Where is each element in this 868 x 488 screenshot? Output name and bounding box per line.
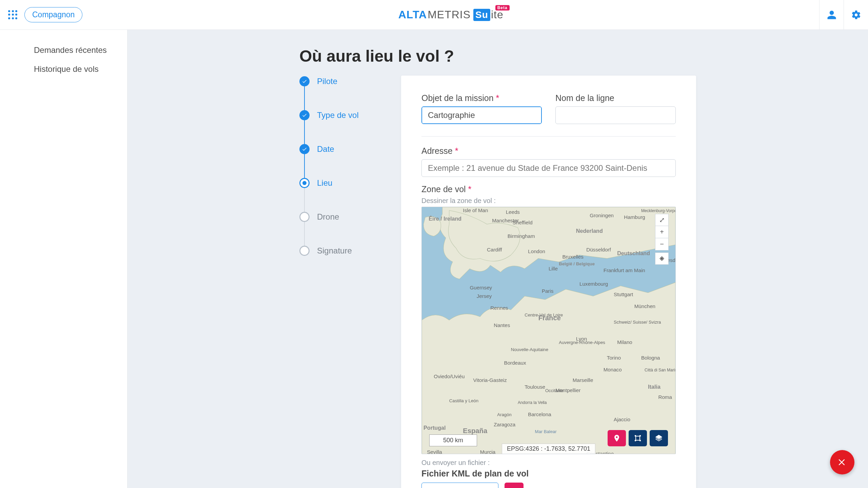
svg-text:Zaragoza: Zaragoza <box>494 422 516 427</box>
add-file-button[interactable]: Ajouter le fichier <box>421 483 498 488</box>
field-line-name: Nom de la ligne <box>555 93 676 124</box>
svg-text:Aragón: Aragón <box>497 412 511 417</box>
svg-text:Isle of Man: Isle of Man <box>463 207 488 213</box>
map-zoom-in-icon[interactable]: + <box>655 226 669 238</box>
sidebar: Demandes récentes Historique de vols <box>0 30 127 488</box>
content-row: Pilote Type de vol Date Lieu <box>299 76 696 488</box>
header-left: Compagnon <box>0 7 82 22</box>
step-label: Pilote <box>317 76 337 86</box>
svg-text:Bruxelles: Bruxelles <box>562 254 584 260</box>
map-locate-icon[interactable] <box>655 252 669 265</box>
map-layers-icon[interactable] <box>650 430 668 446</box>
map-controls-top-right: ⤢ + − <box>655 214 669 265</box>
step-pending-icon <box>299 212 310 222</box>
draw-zone-hint: Dessiner la zone de vol : <box>421 197 676 205</box>
page-title: Où aura lieu le vol ? <box>299 47 696 65</box>
map-draw-marker-icon[interactable] <box>608 430 626 446</box>
companion-button[interactable]: Compagnon <box>24 7 82 22</box>
user-icon[interactable] <box>819 0 844 29</box>
svg-text:Cardiff: Cardiff <box>487 247 502 252</box>
map-fullscreen-icon[interactable]: ⤢ <box>655 214 669 226</box>
svg-text:Barcelona: Barcelona <box>528 411 551 417</box>
header: Compagnon ALTA METRIS Su ite Beta <box>0 0 868 30</box>
svg-text:Mar Balear: Mar Balear <box>535 429 557 434</box>
form-card: Objet de la mission * Nom de la ligne Ad… <box>401 76 696 488</box>
settings-icon[interactable] <box>844 0 868 29</box>
svg-text:Monaco: Monaco <box>604 367 622 372</box>
sidebar-item-recent-requests[interactable]: Demandes récentes <box>0 41 127 60</box>
svg-text:Groningen: Groningen <box>590 212 614 218</box>
svg-text:Éire / Ireland: Éire / Ireland <box>429 216 461 222</box>
map-canvas: Éire / Ireland Isle of Man Leeds Manches… <box>422 207 675 454</box>
step-lieu[interactable]: Lieu <box>299 178 388 212</box>
main-scroll[interactable]: Où aura lieu le vol ? Pilote Type de vol <box>127 30 868 488</box>
svg-text:München: München <box>634 303 655 309</box>
svg-text:Milano: Milano <box>617 339 632 345</box>
map[interactable]: Éire / Ireland Isle of Man Leeds Manches… <box>421 207 676 454</box>
address-label: Adresse * <box>421 146 676 156</box>
svg-text:Bologna: Bologna <box>641 355 660 361</box>
svg-text:Torino: Torino <box>607 355 621 361</box>
step-check-icon <box>299 76 310 86</box>
step-pilote[interactable]: Pilote <box>299 76 388 110</box>
zone-label: Zone de vol * <box>421 184 676 194</box>
svg-text:Guernsey: Guernsey <box>470 285 492 290</box>
svg-text:Schweiz/ Suisse/ Svizra: Schweiz/ Suisse/ Svizra <box>614 320 661 325</box>
upload-row: Ajouter le fichier <box>421 483 676 488</box>
step-drone[interactable]: Drone <box>299 212 388 246</box>
svg-text:Centre-Val de Loire: Centre-Val de Loire <box>525 312 563 318</box>
step-check-icon <box>299 144 310 154</box>
svg-text:Deutschland: Deutschland <box>617 250 650 256</box>
map-draw-polygon-icon[interactable] <box>629 430 647 446</box>
svg-text:Frankfurt am Main: Frankfurt am Main <box>604 267 645 273</box>
svg-text:Portugal: Portugal <box>423 425 446 431</box>
step-label: Type de vol <box>317 110 359 120</box>
svg-text:Andorra la Vella: Andorra la Vella <box>518 400 547 405</box>
svg-text:Castilla y León: Castilla y León <box>449 398 478 403</box>
step-date[interactable]: Date <box>299 144 388 178</box>
svg-text:Lyon: Lyon <box>576 336 587 342</box>
step-active-icon <box>299 178 310 188</box>
line-input[interactable] <box>555 106 676 124</box>
logo: ALTA METRIS Su ite Beta <box>398 8 504 21</box>
svg-text:Oviedo/Uviéu: Oviedo/Uviéu <box>434 373 465 379</box>
svg-text:Paris: Paris <box>542 288 554 294</box>
map-zoom-out-icon[interactable]: − <box>655 238 669 250</box>
svg-text:London: London <box>528 248 545 254</box>
step-signature[interactable]: Signature <box>299 246 388 256</box>
stepper: Pilote Type de vol Date Lieu <box>299 76 388 256</box>
delete-file-button[interactable] <box>505 483 524 488</box>
svg-text:Luxembourg: Luxembourg <box>579 281 608 287</box>
svg-text:Città di San Marino: Città di San Marino <box>645 368 675 372</box>
logo-suite-box: Su <box>473 9 490 21</box>
svg-text:Birmingham: Birmingham <box>508 233 535 239</box>
svg-text:Mecklenburg-Vorpommern: Mecklenburg-Vorpommern <box>641 208 675 213</box>
address-input[interactable] <box>421 159 676 177</box>
mission-label: Objet de la mission * <box>421 93 542 103</box>
step-label: Lieu <box>317 178 332 188</box>
svg-text:Nouvelle-Aquitaine: Nouvelle-Aquitaine <box>511 347 548 352</box>
svg-text:Leeds: Leeds <box>506 209 520 215</box>
mission-input[interactable] <box>421 106 542 124</box>
header-center: ALTA METRIS Su ite Beta <box>82 8 819 21</box>
step-type-vol[interactable]: Type de vol <box>299 110 388 144</box>
svg-text:España: España <box>463 427 488 434</box>
svg-text:Murcia: Murcia <box>480 449 496 454</box>
svg-text:Stuttgart: Stuttgart <box>614 291 633 297</box>
svg-text:Vitoria-Gasteiz: Vitoria-Gasteiz <box>473 377 507 383</box>
svg-text:Sevilla: Sevilla <box>427 449 442 454</box>
svg-text:Ajaccio: Ajaccio <box>614 416 630 422</box>
apps-menu-icon[interactable] <box>8 10 18 20</box>
map-coordinates: EPSG:4326 : -1.7633, 52.7701 <box>502 444 595 454</box>
close-icon <box>837 458 847 467</box>
sidebar-item-flight-history[interactable]: Historique de vols <box>0 60 127 79</box>
svg-text:België / Belgique: België / Belgique <box>559 261 595 266</box>
field-address: Adresse * <box>421 146 676 177</box>
svg-text:Montpellier: Montpellier <box>555 387 580 393</box>
logo-metris: METRIS <box>428 8 471 21</box>
svg-text:Rennes: Rennes <box>490 305 508 311</box>
close-fab[interactable] <box>830 450 854 474</box>
svg-text:Marseille: Marseille <box>573 377 593 383</box>
logo-beta-badge: Beta <box>495 5 510 11</box>
svg-text:Sheffield: Sheffield <box>513 220 533 225</box>
